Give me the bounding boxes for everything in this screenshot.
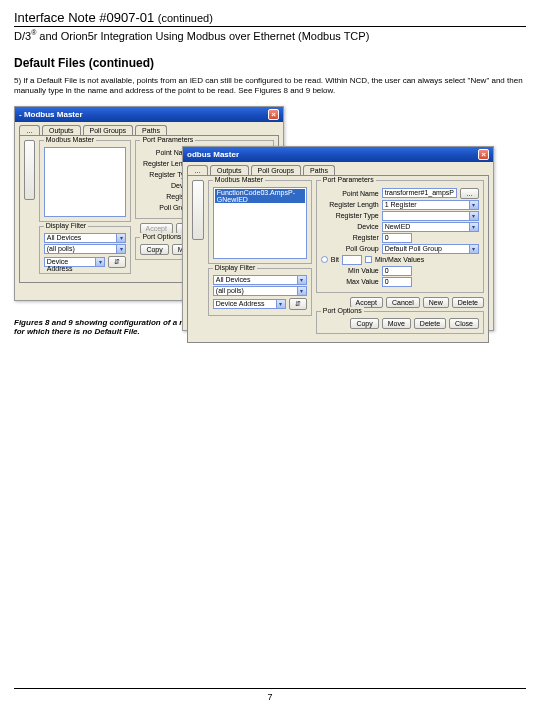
screenshots-container: - Modbus Master × … Outputs Poll Groups … — [14, 106, 526, 316]
all-polls-combo[interactable]: (all polls) — [213, 286, 297, 296]
titlebar: odbus Master × — [183, 147, 493, 162]
new-button[interactable]: New — [423, 297, 449, 308]
tab-strip: … Outputs Poll Groups Paths — [15, 122, 283, 135]
section-body: 5) If a Default File is not available, p… — [14, 76, 526, 96]
section-heading: Default Files (continued) — [14, 56, 526, 70]
chevron-down-icon[interactable]: ▾ — [276, 299, 286, 309]
chevron-down-icon[interactable]: ▾ — [297, 286, 307, 296]
delete-button[interactable]: Delete — [452, 297, 484, 308]
page-footer: 7 — [14, 688, 526, 702]
tab-outputs[interactable]: Outputs — [210, 165, 249, 175]
register-input[interactable]: 0 — [382, 233, 412, 243]
bit-radio[interactable] — [321, 256, 328, 263]
chevron-down-icon[interactable]: ▾ — [297, 275, 307, 285]
copy-button[interactable]: Copy — [350, 318, 378, 329]
chevron-down-icon[interactable]: ▾ — [469, 200, 479, 210]
poll-group-input[interactable]: Default Poll Group — [382, 244, 469, 254]
device-input[interactable]: NewIED — [382, 222, 469, 232]
move-button[interactable]: Move — [382, 318, 411, 329]
sort-button[interactable]: ⇵ — [108, 256, 126, 268]
close-icon[interactable]: × — [268, 109, 279, 120]
tab-paths[interactable]: Paths — [303, 165, 335, 175]
copy-button[interactable]: Copy — [140, 244, 168, 255]
doc-continued: (continued) — [158, 12, 213, 24]
close-icon[interactable]: × — [478, 149, 489, 160]
titlebar: - Modbus Master × — [15, 107, 283, 122]
doc-title: Interface Note #0907-01 (continued) — [14, 10, 526, 27]
min-input[interactable]: 0 — [382, 266, 412, 276]
chevron-down-icon[interactable]: ▾ — [469, 211, 479, 221]
tab-poll-groups[interactable]: Poll Groups — [251, 165, 302, 175]
close-button[interactable]: Close — [449, 318, 479, 329]
port-options-fieldset: Port Options Copy Move Delete Close — [316, 311, 484, 334]
display-filter-fieldset: Display Filter All Devices▾ (all polls)▾… — [39, 226, 132, 274]
device-address-combo[interactable]: Device Address — [213, 299, 276, 309]
tab-strip: … Outputs Poll Groups Paths — [183, 162, 493, 175]
bit-input[interactable] — [342, 255, 362, 265]
master-listbox[interactable] — [44, 147, 127, 217]
tab-poll-groups[interactable]: Poll Groups — [83, 125, 134, 135]
point-name-input[interactable]: transformer#1_ampsP — [382, 188, 457, 198]
figure-9-window: odbus Master × … Outputs Poll Groups Pat… — [182, 146, 494, 331]
doc-ref: Interface Note #0907-01 — [14, 10, 154, 25]
all-polls-combo[interactable]: (all polls) — [44, 244, 117, 254]
doc-subtitle: D/3® and Orion5r Integration Using Modbu… — [14, 29, 526, 42]
chevron-down-icon[interactable]: ▾ — [95, 257, 105, 267]
reg-len-input[interactable]: 1 Register — [382, 200, 469, 210]
tab-paths[interactable]: Paths — [135, 125, 167, 135]
modbus-master-fieldset: Modbus Master — [39, 140, 132, 222]
delete-btn-2[interactable]: Delete — [414, 318, 446, 329]
display-filter-fieldset: Display Filter All Devices▾ (all polls)▾… — [208, 268, 312, 316]
tab[interactable]: … — [187, 165, 208, 175]
minmax-checkbox[interactable] — [365, 256, 372, 263]
chevron-down-icon[interactable]: ▾ — [469, 244, 479, 254]
tab[interactable]: … — [19, 125, 40, 135]
chevron-down-icon[interactable]: ▾ — [116, 244, 126, 254]
ellipsis-button[interactable]: … — [460, 188, 479, 199]
side-button[interactable] — [24, 140, 35, 200]
max-input[interactable]: 0 — [382, 277, 412, 287]
chevron-down-icon[interactable]: ▾ — [116, 233, 126, 243]
cancel-button[interactable]: Cancel — [386, 297, 420, 308]
device-address-combo[interactable]: Device Address — [44, 257, 96, 267]
window-title: odbus Master — [187, 150, 239, 159]
list-item[interactable]: FunctionCode03.AmpsP-GNewIED — [215, 189, 305, 203]
port-parameters-fieldset: Port Parameters Point Nametransformer#1_… — [316, 180, 484, 293]
all-devices-combo[interactable]: All Devices — [213, 275, 297, 285]
modbus-master-fieldset: Modbus Master FunctionCode03.AmpsP-GNewI… — [208, 180, 312, 264]
chevron-down-icon[interactable]: ▾ — [469, 222, 479, 232]
master-listbox[interactable]: FunctionCode03.AmpsP-GNewIED — [213, 187, 307, 259]
reg-type-input[interactable] — [382, 211, 469, 221]
sort-button[interactable]: ⇵ — [289, 298, 307, 310]
all-devices-combo[interactable]: All Devices — [44, 233, 117, 243]
window-title: - Modbus Master — [19, 110, 83, 119]
page-number: 7 — [267, 692, 272, 702]
tab-outputs[interactable]: Outputs — [42, 125, 81, 135]
side-button[interactable] — [192, 180, 204, 240]
